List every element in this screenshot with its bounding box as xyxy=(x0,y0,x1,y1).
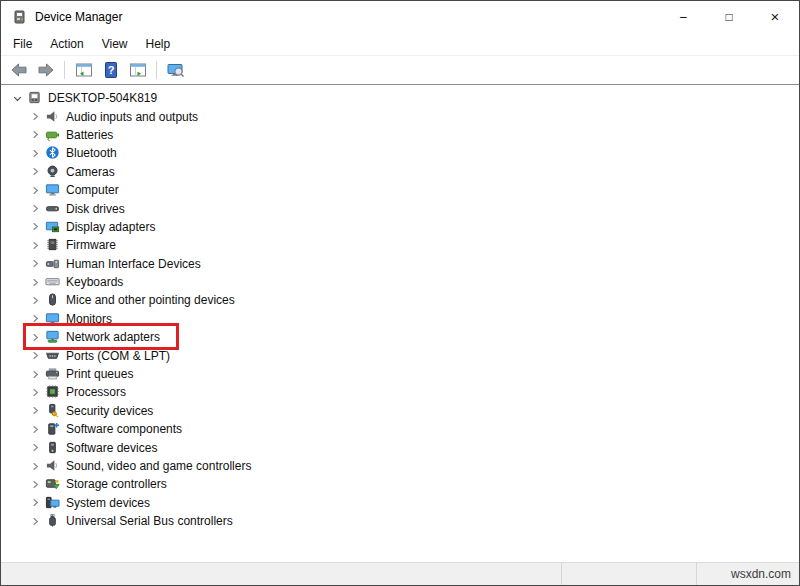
svg-text:?: ? xyxy=(107,64,114,76)
menu-bar: FileActionViewHelp xyxy=(1,32,799,55)
toolbar-separator xyxy=(64,61,65,79)
tree-item-software-devices[interactable]: Software devices xyxy=(1,438,799,456)
window-title: Device Manager xyxy=(35,10,122,24)
tree-item-processors[interactable]: Processors xyxy=(1,383,799,401)
ports-icon xyxy=(45,348,61,364)
audio-icon xyxy=(45,109,61,125)
tree-item-label: Firmware xyxy=(66,238,116,252)
tree-item-cameras[interactable]: Cameras xyxy=(1,163,799,181)
toolbar-separator xyxy=(156,61,157,79)
tree-item-firmware[interactable]: Firmware xyxy=(1,236,799,254)
menu-view[interactable]: View xyxy=(93,37,137,51)
chevron-down-icon[interactable] xyxy=(9,91,25,105)
menu-action[interactable]: Action xyxy=(41,37,92,51)
tree-item-label: Universal Serial Bus controllers xyxy=(66,514,233,528)
device-manager-window: Device Manager −□× FileActionViewHelp ? … xyxy=(0,0,800,586)
chevron-right-icon[interactable] xyxy=(27,128,43,142)
tree-item-label: Software devices xyxy=(66,441,157,455)
chevron-right-icon[interactable] xyxy=(27,330,43,344)
scan-hardware-icon xyxy=(167,61,185,79)
chevron-right-icon[interactable] xyxy=(27,385,43,399)
tree-item-print-queues[interactable]: Print queues xyxy=(1,365,799,383)
tree-item-ports-com-lpt[interactable]: Ports (COM & LPT) xyxy=(1,346,799,364)
tree-item-network-adapters[interactable]: Network adapters xyxy=(1,328,799,346)
watermark: wsxdn.com xyxy=(697,563,799,585)
scan-hardware-button[interactable] xyxy=(163,58,188,83)
status-cell-mid xyxy=(562,563,696,585)
processor-icon xyxy=(45,384,61,400)
menu-file[interactable]: File xyxy=(4,37,41,51)
tree-item-label: Print queues xyxy=(66,367,133,381)
help-button[interactable]: ? xyxy=(98,58,123,83)
chevron-right-icon[interactable] xyxy=(27,477,43,491)
minimize-button[interactable]: − xyxy=(660,1,706,32)
chevron-right-icon[interactable] xyxy=(27,422,43,436)
forward-button[interactable] xyxy=(33,58,58,83)
tree-item-security-devices[interactable]: Security devices xyxy=(1,402,799,420)
title-bar: Device Manager −□× xyxy=(1,1,799,32)
tree-item-universal-serial-bus-controllers[interactable]: Universal Serial Bus controllers xyxy=(1,512,799,530)
action-pane-button[interactable] xyxy=(125,58,150,83)
chevron-right-icon[interactable] xyxy=(27,202,43,216)
tree-item-label: Storage controllers xyxy=(66,477,167,491)
tree-item-label: Bluetooth xyxy=(66,146,117,160)
device-manager-icon xyxy=(11,9,27,25)
network-icon xyxy=(45,329,61,345)
action-pane-icon xyxy=(129,61,147,79)
menu-help[interactable]: Help xyxy=(137,37,180,51)
bluetooth-icon xyxy=(45,145,61,161)
close-button[interactable]: × xyxy=(752,1,798,32)
tree-item-sound-video-and-game-controllers[interactable]: Sound, video and game controllers xyxy=(1,457,799,475)
tree-item-software-components[interactable]: Software components xyxy=(1,420,799,438)
tree-item-system-devices[interactable]: System devices xyxy=(1,494,799,512)
chevron-right-icon[interactable] xyxy=(27,257,43,271)
tree-item-label: Computer xyxy=(66,183,119,197)
tree-item-bluetooth[interactable]: Bluetooth xyxy=(1,144,799,162)
chevron-right-icon[interactable] xyxy=(27,404,43,418)
chevron-right-icon[interactable] xyxy=(27,367,43,381)
chevron-right-icon[interactable] xyxy=(27,146,43,160)
status-cell-main xyxy=(1,563,561,585)
chevron-right-icon[interactable] xyxy=(27,459,43,473)
tree-item-disk-drives[interactable]: Disk drives xyxy=(1,199,799,217)
tree-item-desktop-504k819[interactable]: DESKTOP-504K819 xyxy=(1,89,799,107)
status-bar: wsxdn.com xyxy=(1,562,799,585)
tree-item-keyboards[interactable]: Keyboards xyxy=(1,273,799,291)
tree-item-batteries[interactable]: Batteries xyxy=(1,126,799,144)
tree-item-storage-controllers[interactable]: Storage controllers xyxy=(1,475,799,493)
chevron-right-icon[interactable] xyxy=(27,110,43,124)
tree-item-label: Human Interface Devices xyxy=(66,257,201,271)
tree-item-label: Network adapters xyxy=(66,330,160,344)
chevron-right-icon[interactable] xyxy=(27,275,43,289)
back-button[interactable] xyxy=(6,58,31,83)
tree-item-label: DESKTOP-504K819 xyxy=(48,91,157,105)
chevron-right-icon[interactable] xyxy=(27,165,43,179)
device-tree: DESKTOP-504K819Audio inputs and outputsB… xyxy=(1,85,799,562)
tree-item-monitors[interactable]: Monitors xyxy=(1,310,799,328)
chevron-right-icon[interactable] xyxy=(27,349,43,363)
chevron-right-icon[interactable] xyxy=(27,496,43,510)
tree-item-label: Audio inputs and outputs xyxy=(66,110,198,124)
chevron-right-icon[interactable] xyxy=(27,183,43,197)
chevron-right-icon[interactable] xyxy=(27,312,43,326)
forward-icon xyxy=(37,61,55,79)
chevron-right-icon[interactable] xyxy=(27,441,43,455)
tree-item-display-adapters[interactable]: Display adapters xyxy=(1,218,799,236)
help-icon: ? xyxy=(102,61,120,79)
tree-item-label: Keyboards xyxy=(66,275,123,289)
maximize-button[interactable]: □ xyxy=(706,1,752,32)
chevron-right-icon[interactable] xyxy=(27,293,43,307)
tree-item-audio-inputs-and-outputs[interactable]: Audio inputs and outputs xyxy=(1,107,799,125)
tree-item-label: Processors xyxy=(66,385,126,399)
tree-item-computer[interactable]: Computer xyxy=(1,181,799,199)
chevron-right-icon[interactable] xyxy=(27,238,43,252)
chevron-right-icon[interactable] xyxy=(27,514,43,528)
usb-icon xyxy=(45,513,61,529)
display-adapter-icon xyxy=(45,219,61,235)
console-tree-button[interactable] xyxy=(71,58,96,83)
software-component-icon xyxy=(45,421,61,437)
tree-item-human-interface-devices[interactable]: Human Interface Devices xyxy=(1,255,799,273)
chevron-right-icon[interactable] xyxy=(27,220,43,234)
tree-item-mice-and-other-pointing-devices[interactable]: Mice and other pointing devices xyxy=(1,291,799,309)
tree-item-label: Cameras xyxy=(66,165,115,179)
